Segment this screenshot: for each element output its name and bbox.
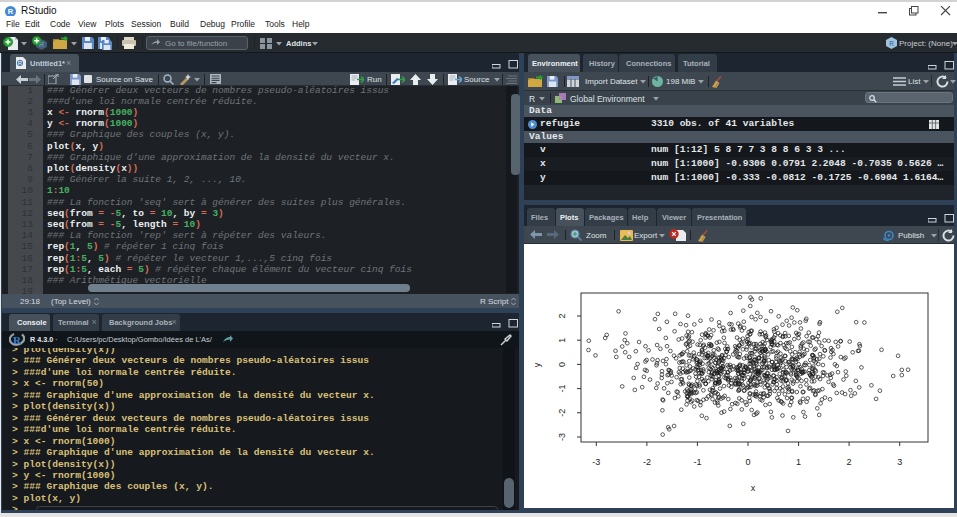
svg-text:-1: -1 (693, 457, 701, 467)
svg-text:0: 0 (557, 362, 567, 367)
svg-text:3: 3 (897, 457, 902, 467)
svg-text:0: 0 (745, 457, 750, 467)
svg-text:2: 2 (847, 457, 852, 467)
svg-text:R: R (8, 7, 14, 16)
svg-text:1: 1 (796, 457, 801, 467)
svg-text:-3: -3 (592, 457, 600, 467)
svg-text:y: y (532, 362, 542, 367)
svg-text:-2: -2 (643, 457, 651, 467)
svg-text:2: 2 (557, 313, 567, 318)
svg-text:1: 1 (557, 338, 567, 343)
svg-text:-3: -3 (557, 433, 567, 441)
svg-text:-2: -2 (557, 409, 567, 417)
svg-text:-1: -1 (557, 385, 567, 393)
svg-text:x: x (751, 483, 756, 493)
svg-text:R: R (889, 40, 894, 47)
svg-text:R: R (18, 60, 23, 66)
svg-text:R: R (13, 334, 22, 346)
